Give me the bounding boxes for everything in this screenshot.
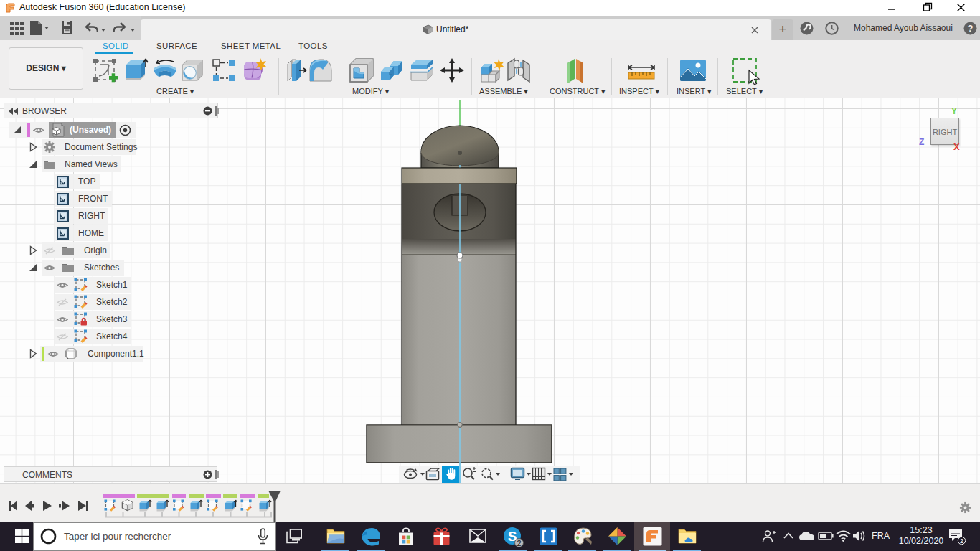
svg-text:2: 2 (517, 539, 521, 547)
svg-text:?: ? (968, 23, 974, 34)
svg-text:2: 2 (960, 537, 963, 545)
